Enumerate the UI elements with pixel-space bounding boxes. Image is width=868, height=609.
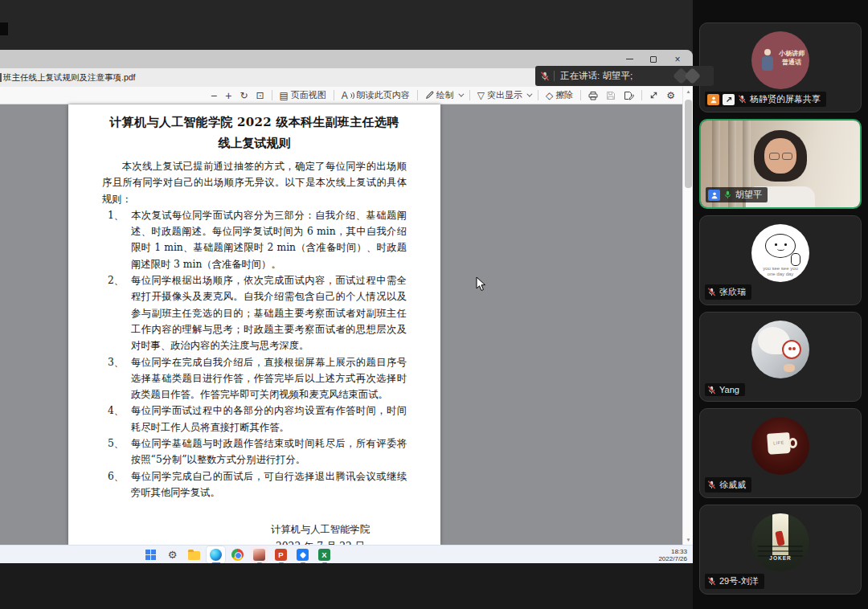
meeting-background [0,563,693,609]
participant-name-badge: Yang [705,383,745,396]
read-aloud-icon: A [342,91,348,100]
gear-icon: ⚙ [168,550,178,560]
highlight-button[interactable]: ▽ 突出显示 [473,88,534,104]
print-icon [588,91,598,100]
participant-tile-speaker[interactable]: 胡望平 [699,119,862,209]
page-view-button[interactable]: ▤ 页面视图 [276,88,330,104]
avatar: JOKER [751,513,809,571]
participant-name-badge: 胡望平 [706,187,768,202]
participant-name: 29号-刘洋 [719,575,759,587]
zoom-out-icon: − [211,90,217,101]
edge-icon [210,549,222,561]
highlight-label: 突出显示 [487,89,522,101]
start-button[interactable] [141,546,160,563]
fit-page-button[interactable]: ⊡ [252,88,268,104]
file-explorer-button[interactable] [185,546,203,563]
item-number: 5、 [108,435,124,452]
rule-item-3: 3、每位同学在完成自我介绍后，直接根据屏幕上展示的题目序号选择基础类题目进行作答… [102,354,407,403]
signature-org: 计算机与人工智能学院 [271,521,370,538]
divider [580,90,581,100]
draw-button[interactable]: 绘制 [421,88,466,104]
avatar [751,321,809,378]
rule-item-1: 1、本次复试每位同学面试内容分为三部分：自我介绍、基础题阐述、时政题阐述。每位同… [102,207,407,272]
item-number: 1、 [108,207,124,223]
edge-taskbar-button[interactable] [207,546,225,563]
zoom-out-button[interactable]: − [207,88,221,104]
participant-tile[interactable]: Yang [699,312,862,402]
rule-item-6: 6、每位同学完成自己的面试后，可自行选择退出腾讯会议或继续旁听其他同学复试。 [102,468,407,501]
avatar: 小杨讲师 普通话 [751,31,809,89]
excel-icon: X [318,549,330,561]
wechat-taskbar-button[interactable] [250,546,268,563]
minimize-icon [626,59,633,59]
participant-tile[interactable]: JOKER 29号-刘洋 [699,505,862,595]
scrollbar-thumb[interactable] [685,100,692,188]
participant-name: 徐威威 [719,479,746,491]
powerpoint-taskbar-button[interactable]: P [272,546,290,563]
fullscreen-button[interactable] [645,88,662,104]
print-button[interactable] [584,88,602,104]
participant-tile[interactable]: you see see you one day day 张欣瑞 [699,215,862,305]
divider [554,71,555,81]
rotate-button[interactable]: ↻ [235,88,252,104]
read-aloud-button[interactable]: A 朗读此页内容 [338,88,414,104]
mic-muted-icon [707,386,716,394]
erase-button[interactable]: ◇ 擦除 [542,88,577,104]
item-number: 4、 [108,403,124,419]
page-view-label: 页面视图 [291,89,326,101]
settings-taskbar-button[interactable]: ⚙ [163,546,182,563]
clock-date: 2022/7/26 [658,555,687,563]
clock-time: 18:33 [658,548,687,556]
participants-sidebar: 小杨讲师 普通话 杨静贤的屏幕共享 [693,0,868,609]
avatar: LIFE [751,417,809,475]
avatar-caption: LIFE [768,439,790,446]
save-as-button[interactable] [620,88,638,104]
rule-item-4: 4、每位同学面试过程中的各部分的内容均设置有作答时间，时间耗尽时工作人员将直接打… [102,403,407,435]
divider [469,90,470,100]
divider [334,90,334,100]
gear-icon: ⚙ [666,91,675,100]
sound-waves-icon [350,92,354,100]
member-badge-icon [708,190,720,201]
item-text: 每位同学在完成自我介绍后，直接根据屏幕上展示的题目序号选择基础类题目进行作答，作… [131,357,407,401]
pdf-document-area[interactable]: 计算机与人工智能学院 2022 级本科生副班主任选聘 线上复试规则 本次线上复试… [0,104,693,545]
document-title: 计算机与人工智能学院 2022 级本科生副班主任选聘 [68,115,440,130]
participant-tile-screenshare[interactable]: 小杨讲师 普通话 杨静贤的屏幕共享 [699,22,862,112]
page-view-icon: ▤ [280,91,289,100]
pdf-settings-button[interactable]: ⚙ [662,88,679,104]
chrome-taskbar-button[interactable] [228,546,247,563]
divider [417,90,418,100]
scroll-up-icon[interactable]: ▲ [683,89,693,94]
divider [641,90,642,100]
divider [272,90,272,100]
mic-active-icon [723,190,732,199]
fit-page-icon: ⊡ [256,91,264,100]
eraser-icon: ◇ [546,91,553,100]
participant-name: 胡望平 [735,189,762,201]
mic-muted-icon [707,288,716,296]
shared-screen-area: × 班主任线上复试规则及注意事项.pdf − + ↻ ⊡ ▤ 页面视图 A [0,0,693,609]
user-photo-icon [253,549,265,561]
tencent-meeting-taskbar-button[interactable] [293,546,312,563]
zoom-in-button[interactable]: + [221,88,235,104]
excel-taskbar-button[interactable]: X [315,546,334,563]
highlighter-icon: ▽ [477,91,485,100]
rotate-icon: ↻ [240,91,248,100]
rule-item-2: 2、每位同学根据出场顺序，依次完成面试内容，面试过程中需全程打开摄像头及麦克风。… [102,272,407,354]
taskbar-clock[interactable]: 18:33 2022/7/26 [658,548,687,563]
item-text: 每位同学面试过程中的各部分的内容均设置有作答时间，时间耗尽时工作人员将直接打断其… [131,405,407,432]
item-text: 每位同学根据出场顺序，依次完成面试内容，面试过程中需全程打开摄像头及麦克风。自我… [131,275,407,351]
chevron-down-icon [526,92,532,97]
pdf-scrollbar[interactable]: ▲ ▼ [682,87,693,545]
scroll-down-icon[interactable]: ▼ [683,537,693,542]
save-icon [606,91,616,100]
save-button[interactable] [602,88,620,104]
save-as-icon [624,91,634,100]
pdf-tab-title[interactable]: 班主任线上复试规则及注意事项.pdf [3,72,136,84]
expand-icon [649,91,658,100]
participant-tile[interactable]: LIFE 徐威威 [699,408,862,498]
tencent-meeting-icon [297,549,309,561]
speaking-indicator-text: 正在讲话: 胡望平; [560,70,633,82]
read-aloud-label: 朗读此页内容 [357,89,410,101]
avatar: you see see you one day day [751,224,809,282]
